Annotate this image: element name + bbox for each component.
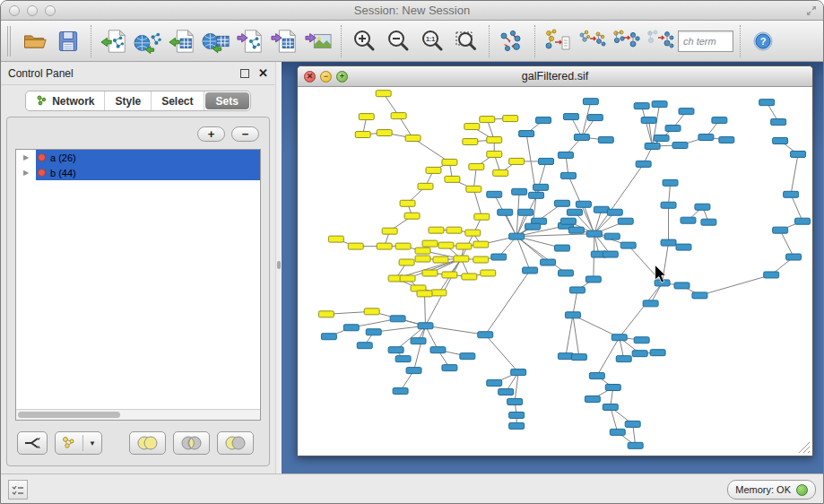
graph-node[interactable] xyxy=(478,332,493,338)
graph-node[interactable] xyxy=(463,139,478,145)
open-session-button[interactable] xyxy=(18,23,50,59)
graph-node[interactable] xyxy=(632,351,647,357)
import-network-web-button[interactable] xyxy=(132,23,164,59)
graph-node[interactable] xyxy=(415,248,430,254)
graph-node[interactable] xyxy=(558,353,573,360)
memory-status-button[interactable]: Memory: OK xyxy=(727,480,816,500)
graph-edge[interactable] xyxy=(461,217,481,259)
graph-edge[interactable] xyxy=(663,243,669,283)
graph-edge[interactable] xyxy=(791,154,798,195)
graph-edge[interactable] xyxy=(426,326,438,350)
graph-node[interactable] xyxy=(665,126,681,132)
graph-node[interactable] xyxy=(422,270,438,276)
graph-node[interactable] xyxy=(585,396,600,403)
chevron-down-icon[interactable]: ▼ xyxy=(89,439,96,448)
graph-edge[interactable] xyxy=(573,290,577,315)
graph-node[interactable] xyxy=(661,202,676,208)
graph-node[interactable] xyxy=(786,254,802,260)
graph-node[interactable] xyxy=(695,204,710,210)
import-table-file-button[interactable] xyxy=(166,23,198,59)
graph-node[interactable] xyxy=(565,312,580,318)
graph-node[interactable] xyxy=(634,103,649,109)
export-table-button[interactable] xyxy=(268,23,300,59)
frame-close-button[interactable]: ✕ xyxy=(304,71,316,83)
graph-node[interactable] xyxy=(348,243,363,249)
graph-node[interactable] xyxy=(355,132,370,138)
merge-networks-intersection-button[interactable] xyxy=(610,23,642,59)
graph-node[interactable] xyxy=(404,213,420,219)
graph-node[interactable] xyxy=(568,227,584,233)
merge-networks-difference-button[interactable] xyxy=(644,23,676,59)
graph-node[interactable] xyxy=(499,389,514,395)
graph-node[interactable] xyxy=(523,267,538,274)
graph-node[interactable] xyxy=(465,230,481,236)
graph-node[interactable] xyxy=(571,354,586,361)
graph-node[interactable] xyxy=(574,135,589,141)
graph-node[interactable] xyxy=(555,200,570,206)
network-canvas[interactable] xyxy=(298,87,812,456)
graph-node[interactable] xyxy=(759,100,775,106)
zoom-actual-size-button[interactable]: 1:1 xyxy=(416,23,448,59)
help-button[interactable]: ? xyxy=(747,23,779,59)
graph-node[interactable] xyxy=(604,233,620,239)
create-set-from-network-button[interactable]: ▼ xyxy=(55,431,102,455)
zoom-in-button[interactable] xyxy=(348,23,380,59)
graph-node[interactable] xyxy=(681,217,696,223)
graph-edge[interactable] xyxy=(566,315,573,356)
graph-node[interactable] xyxy=(418,323,433,329)
graph-node[interactable] xyxy=(676,244,691,250)
graph-node[interactable] xyxy=(460,353,475,360)
graph-node[interactable] xyxy=(473,256,489,263)
graph-node[interactable] xyxy=(481,270,496,276)
graph-node[interactable] xyxy=(357,343,372,349)
graph-node[interactable] xyxy=(625,421,640,427)
zoom-out-button[interactable] xyxy=(382,23,414,59)
graph-node[interactable] xyxy=(431,290,447,296)
export-network-button[interactable] xyxy=(234,23,266,59)
graph-node[interactable] xyxy=(533,184,549,190)
search-input[interactable] xyxy=(678,30,733,52)
graph-node[interactable] xyxy=(607,209,622,215)
graph-node[interactable] xyxy=(555,245,570,251)
graph-node[interactable] xyxy=(447,227,462,233)
graph-node[interactable] xyxy=(661,239,676,246)
graph-node[interactable] xyxy=(382,228,397,234)
graph-edge[interactable] xyxy=(642,106,653,146)
graph-node[interactable] xyxy=(366,329,381,335)
intersection-button[interactable] xyxy=(173,431,210,455)
set-row-a[interactable]: ▶ a (26) xyxy=(16,150,260,165)
graph-node[interactable] xyxy=(390,316,405,322)
graph-node[interactable] xyxy=(391,113,406,119)
split-sets-button[interactable] xyxy=(17,431,48,455)
apply-layout-button[interactable] xyxy=(496,23,528,59)
expand-icon[interactable]: ▶ xyxy=(16,153,36,161)
graph-node[interactable] xyxy=(618,218,633,224)
graph-node[interactable] xyxy=(672,143,688,149)
graph-node[interactable] xyxy=(791,151,806,157)
graph-node[interactable] xyxy=(558,270,573,276)
close-panel-icon[interactable]: ✕ xyxy=(258,69,268,78)
merge-networks-file-button[interactable] xyxy=(542,23,574,59)
graph-node[interactable] xyxy=(493,169,508,176)
graph-node[interactable] xyxy=(773,138,788,144)
graph-edge[interactable] xyxy=(620,282,663,337)
graph-node[interactable] xyxy=(438,242,454,248)
graph-node[interactable] xyxy=(498,209,513,215)
graph-node[interactable] xyxy=(429,227,444,233)
graph-node[interactable] xyxy=(509,412,525,418)
panel-divider[interactable] xyxy=(275,62,282,474)
graph-node[interactable] xyxy=(507,399,523,405)
graph-node[interactable] xyxy=(512,188,527,195)
graph-node[interactable] xyxy=(321,334,336,340)
graph-node[interactable] xyxy=(587,115,603,121)
graph-node[interactable] xyxy=(480,117,495,123)
graph-node[interactable] xyxy=(598,137,613,143)
graph-node[interactable] xyxy=(469,163,484,169)
graph-node[interactable] xyxy=(487,137,502,143)
graph-node[interactable] xyxy=(569,287,585,293)
graph-node[interactable] xyxy=(359,114,374,120)
graph-node[interactable] xyxy=(655,280,670,286)
graph-node[interactable] xyxy=(343,325,359,331)
network-view[interactable] xyxy=(298,87,812,456)
resize-grip[interactable] xyxy=(798,441,811,454)
